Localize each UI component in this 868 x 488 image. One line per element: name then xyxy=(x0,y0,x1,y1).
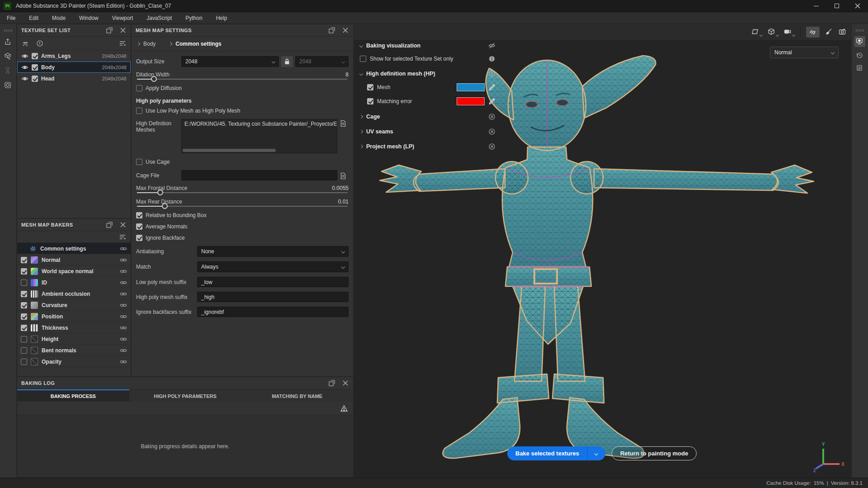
output-size-dropdown[interactable]: 2048 xyxy=(181,56,279,67)
link-icon[interactable] xyxy=(120,290,127,298)
use-low-as-high-checkbox[interactable] xyxy=(136,108,142,114)
max-rear-distance-slider[interactable] xyxy=(136,206,349,207)
menu-help[interactable]: Help xyxy=(209,12,234,24)
link-icon[interactable] xyxy=(120,324,127,332)
max-frontal-distance-slider[interactable] xyxy=(136,192,349,193)
close-panel-icon[interactable] xyxy=(119,27,127,34)
high-poly-suffix-input[interactable]: _high xyxy=(197,292,349,302)
history-icon[interactable] xyxy=(856,52,864,60)
use-cage-row[interactable]: Use Cage xyxy=(136,159,349,165)
lock-ratio-button[interactable] xyxy=(281,56,293,67)
tab-matching-by-name[interactable]: MATCHING BY NAME xyxy=(241,389,353,402)
matching-error-color-swatch[interactable] xyxy=(457,97,485,105)
cage-file-input[interactable] xyxy=(181,170,337,180)
baker-checkbox[interactable] xyxy=(21,313,27,320)
shader-mode-dropdown[interactable]: Normal xyxy=(770,47,839,58)
eyedropper-icon[interactable] xyxy=(488,98,495,105)
overlay-visibility-icon[interactable] xyxy=(488,70,495,77)
link-icon[interactable] xyxy=(120,313,127,320)
baker-checkbox[interactable] xyxy=(21,325,27,331)
undock-icon[interactable] xyxy=(106,221,113,228)
display-settings-button[interactable] xyxy=(854,36,865,47)
breadcrumb-set[interactable]: Body xyxy=(143,41,156,47)
baker-row[interactable]: Normal xyxy=(17,254,131,265)
warning-icon[interactable] xyxy=(340,405,348,412)
baking-visualization-header[interactable]: Baking visualization xyxy=(360,42,495,49)
close-button[interactable] xyxy=(847,0,868,12)
texture-set-checkbox[interactable] xyxy=(32,76,38,82)
link-icon[interactable] xyxy=(120,245,127,252)
link-icon[interactable] xyxy=(120,347,127,354)
link-icon[interactable] xyxy=(120,279,127,286)
log-icon[interactable] xyxy=(856,64,864,72)
rendering-mode-button[interactable] xyxy=(839,28,847,36)
close-panel-icon[interactable] xyxy=(119,221,127,228)
tab-baking-process[interactable]: BAKING PROCESS xyxy=(17,389,129,402)
maximize-button[interactable] xyxy=(826,0,847,12)
baker-checkbox[interactable] xyxy=(21,359,27,365)
texture-set-checkbox[interactable] xyxy=(32,64,38,71)
baker-row[interactable]: Curvature xyxy=(17,299,131,311)
solo-view-icon[interactable] xyxy=(36,40,43,47)
texture-set-row[interactable]: Body 2048x2048 xyxy=(17,62,131,73)
baker-checkbox[interactable] xyxy=(21,336,27,342)
uv-seams-section-header[interactable]: UV seams xyxy=(360,128,495,135)
matching-error-row[interactable]: Matching error xyxy=(360,97,495,105)
horizontal-scrollbar[interactable] xyxy=(183,149,276,152)
apply-diffusion-checkbox[interactable] xyxy=(136,85,142,91)
info-icon[interactable] xyxy=(488,55,495,62)
filter-icon[interactable] xyxy=(119,40,126,47)
baker-checkbox[interactable] xyxy=(21,257,27,263)
project-mesh-section-header[interactable]: Project mesh (LP) xyxy=(360,143,495,150)
tab-high-poly-parameters[interactable]: HIGH POLY PARAMETERS xyxy=(129,389,241,402)
texture-set-checkbox[interactable] xyxy=(32,53,38,59)
overlay-visibility-icon[interactable] xyxy=(488,113,495,120)
hourglass-icon[interactable] xyxy=(4,67,12,75)
ignore-backfaces-suffix-input[interactable]: _ignorebf xyxy=(197,307,349,317)
baker-checkbox[interactable] xyxy=(21,302,27,308)
ignore-backface-checkbox[interactable] xyxy=(136,235,142,241)
eye-icon[interactable] xyxy=(21,75,28,82)
link-icon[interactable] xyxy=(120,256,127,264)
menu-mode[interactable]: Mode xyxy=(45,12,72,24)
mesh-overlay-row[interactable]: Mesh xyxy=(360,83,495,91)
undock-icon[interactable] xyxy=(328,379,335,387)
cage-section-header[interactable]: Cage xyxy=(360,113,495,120)
menu-edit[interactable]: Edit xyxy=(22,12,45,24)
show-selected-row[interactable]: Show for selected Texture Set only xyxy=(360,55,495,62)
average-normals-row[interactable]: Average Normals xyxy=(136,223,349,230)
breadcrumb-page[interactable]: Common settings xyxy=(175,41,221,47)
baker-row[interactable]: Position xyxy=(17,311,131,322)
link-icon[interactable] xyxy=(120,336,127,343)
browse-file-icon[interactable] xyxy=(340,119,349,153)
eye-icon[interactable] xyxy=(21,52,28,60)
visibility-cycle-icon[interactable] xyxy=(22,40,29,47)
show-selected-checkbox[interactable] xyxy=(360,56,366,62)
baking-mode-button[interactable] xyxy=(806,27,820,38)
link-icon[interactable] xyxy=(120,268,127,275)
menu-file[interactable]: File xyxy=(0,12,22,24)
baker-checkbox[interactable] xyxy=(21,268,27,275)
menu-window[interactable]: Window xyxy=(72,12,105,24)
link-icon[interactable] xyxy=(120,358,127,365)
bake-options-dropdown[interactable] xyxy=(587,446,605,460)
baker-row[interactable]: Opacity xyxy=(17,356,131,367)
dilation-width-value[interactable]: 8 xyxy=(345,71,349,78)
bake-selected-textures-button[interactable]: Bake selected textures xyxy=(507,446,605,460)
baker-row-common-settings[interactable]: Common settings xyxy=(17,243,131,254)
ignore-backface-row[interactable]: Ignore Backface xyxy=(136,235,349,241)
baker-row[interactable]: ID xyxy=(17,277,131,288)
average-normals-checkbox[interactable] xyxy=(136,223,142,230)
menu-viewport[interactable]: Viewport xyxy=(105,12,140,24)
relative-to-bounding-box-checkbox[interactable] xyxy=(136,212,142,218)
baker-row[interactable]: Thickness xyxy=(17,322,131,333)
baker-checkbox[interactable] xyxy=(21,347,27,354)
max-frontal-distance-value[interactable]: 0.0055 xyxy=(332,185,349,191)
relative-to-bounding-box-row[interactable]: Relative to Bounding Box xyxy=(136,212,349,218)
mesh-color-swatch[interactable] xyxy=(457,83,485,91)
baker-checkbox[interactable] xyxy=(21,280,27,286)
baker-row[interactable]: World space normal xyxy=(17,265,131,277)
reload-mesh-icon[interactable] xyxy=(4,52,12,61)
undock-icon[interactable] xyxy=(106,27,113,34)
max-rear-distance-value[interactable]: 0.01 xyxy=(338,199,349,205)
